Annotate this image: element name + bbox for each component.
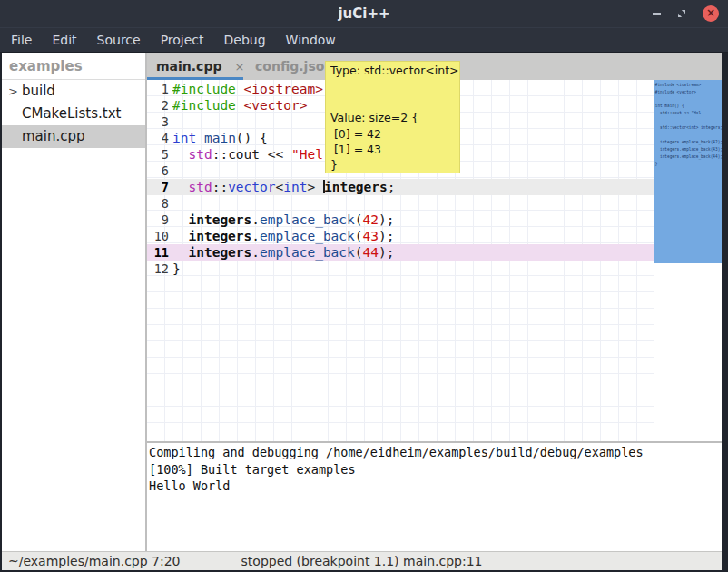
project-name-label: examples bbox=[2, 53, 145, 79]
code-line-7[interactable]: 7 std::vector<int> integers; bbox=[147, 179, 654, 195]
status-debug-state: stopped (breakpoint 1.1) main.cpp:11 bbox=[2, 552, 722, 570]
output-console[interactable]: Compiling and debugging /home/eidheim/ex… bbox=[147, 443, 722, 552]
tab-config-json[interactable]: config.json bbox=[255, 53, 333, 80]
tree-item-build[interactable]: >build bbox=[2, 80, 145, 103]
file-tree: >buildCMakeLists.txtmain.cpp bbox=[2, 80, 145, 148]
minimap-code-preview: #include <iostream> #include <vector> in… bbox=[654, 80, 722, 167]
line-number[interactable]: 5 bbox=[147, 146, 169, 163]
tab-close-icon[interactable]: × bbox=[234, 54, 244, 81]
minimap[interactable]: #include <iostream> #include <vector> in… bbox=[654, 80, 722, 441]
line-number[interactable]: 4 bbox=[147, 130, 169, 146]
line-number[interactable]: 1 bbox=[147, 81, 169, 97]
debug-variable-tooltip: Type: std::vector<int> Value: size=2 { [… bbox=[325, 61, 460, 173]
code-text bbox=[169, 113, 172, 130]
line-number[interactable]: 8 bbox=[147, 195, 169, 212]
menu-item-edit[interactable]: Edit bbox=[42, 28, 86, 53]
tab-main-cpp[interactable]: main.cpp× bbox=[156, 53, 244, 80]
tab-label: main.cpp bbox=[156, 53, 221, 80]
juci-window: { "window": { "title": "juCi++" }, "titl… bbox=[0, 0, 728, 572]
code-line-12[interactable]: 12} bbox=[147, 261, 654, 277]
file-tree-panel: examples >buildCMakeLists.txtmain.cpp bbox=[2, 53, 145, 552]
menu-item-source[interactable]: Source bbox=[87, 28, 151, 53]
code-line-9[interactable]: 9 integers.emplace_back(42); bbox=[147, 212, 654, 228]
code-text: } bbox=[169, 261, 181, 277]
line-number[interactable]: 6 bbox=[147, 163, 169, 179]
tree-item-main-cpp[interactable]: main.cpp bbox=[2, 125, 145, 148]
tree-item-label: CMakeLists.txt bbox=[22, 105, 121, 122]
line-number[interactable]: 3 bbox=[147, 113, 169, 130]
menu-item-file[interactable]: File bbox=[1, 28, 42, 53]
code-text: integers.emplace_back(42); bbox=[169, 212, 394, 228]
code-text: int main() { bbox=[169, 130, 268, 146]
code-line-8[interactable]: 8 bbox=[147, 195, 654, 212]
code-text: integers.emplace_back(43); bbox=[169, 228, 394, 244]
window-title: juCi++ bbox=[0, 0, 728, 27]
code-text: #include <iostream> bbox=[169, 81, 323, 97]
line-number[interactable]: 10 bbox=[147, 228, 169, 244]
tab-label: config.json bbox=[255, 53, 333, 80]
tree-item-cmakelists-txt[interactable]: CMakeLists.txt bbox=[2, 103, 145, 125]
code-text: std::cout << "Hel bbox=[169, 146, 323, 163]
chevron-right-icon[interactable]: > bbox=[8, 80, 18, 103]
close-icon[interactable]: × bbox=[703, 5, 719, 22]
code-text bbox=[169, 163, 172, 179]
menu-item-debug[interactable]: Debug bbox=[214, 28, 276, 53]
window-controls: × bbox=[653, 0, 719, 27]
minimize-icon[interactable] bbox=[653, 13, 661, 15]
menu-item-project[interactable]: Project bbox=[151, 28, 214, 53]
code-text: integers.emplace_back(44); bbox=[169, 244, 394, 261]
line-number[interactable]: 9 bbox=[147, 212, 169, 228]
title-bar: juCi++ × bbox=[0, 0, 728, 27]
status-bar: ~/examples/main.cpp 7:20 stopped (breakp… bbox=[2, 551, 722, 570]
code-text bbox=[169, 195, 172, 212]
code-line-11[interactable]: 11 integers.emplace_back(44); bbox=[147, 244, 654, 261]
minimap-viewport-overlay[interactable]: #include <iostream> #include <vector> in… bbox=[654, 80, 722, 263]
line-number[interactable]: 11 bbox=[147, 244, 169, 261]
tree-item-label: build bbox=[22, 83, 55, 99]
menu-item-window[interactable]: Window bbox=[276, 28, 346, 53]
restore-icon[interactable] bbox=[677, 9, 686, 18]
line-number[interactable]: 7 bbox=[147, 179, 169, 195]
code-text: std::vector<int> integers; bbox=[169, 179, 396, 195]
code-line-10[interactable]: 10 integers.emplace_back(43); bbox=[147, 228, 654, 244]
line-number[interactable]: 2 bbox=[147, 97, 169, 113]
code-text: #include <vector> bbox=[169, 97, 307, 113]
line-number[interactable]: 12 bbox=[147, 261, 169, 277]
menu-bar: FileEditSourceProjectDebugWindow bbox=[0, 27, 728, 53]
tree-item-label: main.cpp bbox=[22, 128, 85, 144]
